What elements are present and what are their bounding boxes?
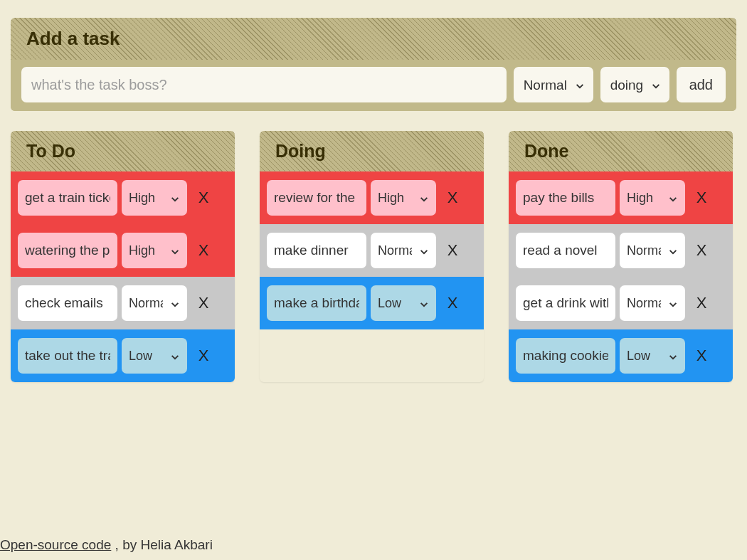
task-title-input[interactable] bbox=[516, 233, 615, 268]
add-button[interactable]: add bbox=[677, 67, 726, 102]
task-priority-select[interactable]: Low bbox=[620, 338, 685, 374]
delete-button[interactable]: X bbox=[191, 347, 216, 365]
task-priority-select[interactable]: High bbox=[371, 180, 436, 216]
task-priority-select[interactable]: High bbox=[620, 180, 685, 216]
task-title-input[interactable] bbox=[267, 233, 366, 268]
footer: Open-source code , by Helia Akbari bbox=[0, 537, 213, 553]
column-header: To Do bbox=[11, 131, 235, 171]
source-link[interactable]: Open-source code bbox=[0, 537, 111, 552]
task-row: NormalX bbox=[11, 277, 235, 329]
task-row: NormalX bbox=[509, 277, 733, 329]
delete-button[interactable]: X bbox=[440, 294, 465, 312]
delete-button[interactable]: X bbox=[689, 294, 714, 312]
column: DoneHighXNormalXNormalXLowX bbox=[509, 131, 733, 382]
add-task-panel: Add a task Normal doing add bbox=[11, 18, 736, 111]
footer-author: , by Helia Akbari bbox=[111, 537, 213, 552]
task-title-input[interactable] bbox=[18, 338, 117, 374]
delete-button[interactable]: X bbox=[689, 241, 714, 260]
task-row: HighX bbox=[509, 171, 733, 224]
column-title: Done bbox=[524, 141, 717, 162]
task-priority-select[interactable]: Normal bbox=[371, 233, 436, 268]
delete-button[interactable]: X bbox=[191, 189, 216, 207]
task-row: HighX bbox=[11, 224, 235, 277]
task-priority-select[interactable]: High bbox=[122, 233, 187, 268]
task-priority-select[interactable]: Normal bbox=[620, 285, 685, 321]
column-title: Doing bbox=[275, 141, 468, 162]
task-row: NormalX bbox=[260, 224, 484, 277]
column: To DoHighXHighXNormalXLowX bbox=[11, 131, 235, 382]
add-task-title: Add a task bbox=[26, 28, 721, 50]
column: DoingHighXNormalXLowX bbox=[260, 131, 484, 382]
add-task-header: Add a task bbox=[11, 18, 736, 60]
status-select[interactable]: doing bbox=[600, 67, 669, 102]
task-row: LowX bbox=[509, 329, 733, 382]
column-header: Done bbox=[509, 131, 733, 171]
delete-button[interactable]: X bbox=[689, 347, 714, 365]
task-row: NormalX bbox=[509, 224, 733, 277]
task-title-input[interactable] bbox=[516, 338, 615, 374]
task-row: HighX bbox=[260, 171, 484, 224]
priority-select[interactable]: Normal bbox=[514, 67, 593, 102]
task-priority-select[interactable]: Low bbox=[371, 285, 436, 321]
delete-button[interactable]: X bbox=[689, 189, 714, 207]
task-row: LowX bbox=[260, 277, 484, 329]
task-title-input[interactable] bbox=[18, 285, 117, 321]
task-priority-select[interactable]: High bbox=[122, 180, 187, 216]
delete-button[interactable]: X bbox=[191, 241, 216, 260]
delete-button[interactable]: X bbox=[191, 294, 216, 312]
task-title-input[interactable] bbox=[516, 285, 615, 321]
add-task-body: Normal doing add bbox=[11, 60, 736, 111]
task-title-input[interactable] bbox=[18, 233, 117, 268]
columns-container: To DoHighXHighXNormalXLowXDoingHighXNorm… bbox=[0, 111, 747, 382]
task-title-input[interactable] bbox=[267, 180, 366, 216]
task-row: LowX bbox=[11, 329, 235, 382]
task-title-input[interactable] bbox=[18, 180, 117, 216]
task-priority-select[interactable]: Low bbox=[122, 338, 187, 374]
task-priority-select[interactable]: Normal bbox=[620, 233, 685, 268]
task-title-input[interactable] bbox=[267, 285, 366, 321]
task-row: HighX bbox=[11, 171, 235, 224]
delete-button[interactable]: X bbox=[440, 189, 465, 207]
column-title: To Do bbox=[26, 141, 219, 162]
task-priority-select[interactable]: Normal bbox=[122, 285, 187, 321]
delete-button[interactable]: X bbox=[440, 241, 465, 260]
task-title-input[interactable] bbox=[516, 180, 615, 216]
column-header: Doing bbox=[260, 131, 484, 171]
new-task-input[interactable] bbox=[21, 67, 507, 102]
